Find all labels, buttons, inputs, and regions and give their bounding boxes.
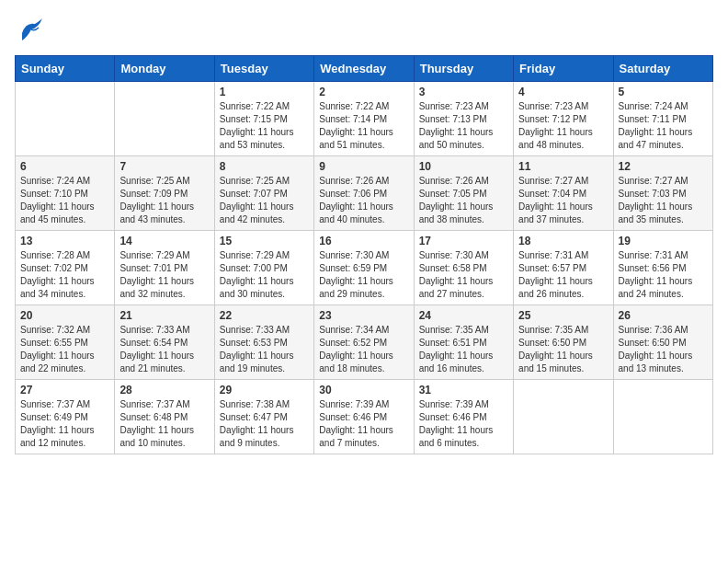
day-number: 19 [619, 235, 708, 247]
calendar-table: SundayMondayTuesdayWednesdayThursdayFrid… [15, 55, 713, 454]
weekday-header: Friday [514, 56, 613, 82]
calendar-cell: 1Sunrise: 7:22 AMSunset: 7:15 PMDaylight… [214, 82, 313, 156]
weekday-header: Saturday [613, 56, 712, 82]
day-number: 23 [319, 309, 408, 322]
cell-info: Sunrise: 7:31 AMSunset: 6:57 PMDaylight:… [518, 249, 608, 301]
day-number: 28 [119, 384, 209, 396]
day-number: 24 [419, 309, 508, 322]
day-number: 26 [619, 309, 708, 322]
cell-info: Sunrise: 7:29 AMSunset: 7:01 PMDaylight:… [119, 249, 209, 301]
day-number: 18 [518, 235, 608, 247]
calendar-cell: 7Sunrise: 7:25 AMSunset: 7:09 PMDaylight… [115, 156, 214, 231]
cell-info: Sunrise: 7:36 AMSunset: 6:50 PMDaylight:… [619, 324, 708, 375]
day-number: 15 [220, 235, 309, 247]
calendar-cell: 28Sunrise: 7:37 AMSunset: 6:48 PMDayligh… [115, 380, 214, 454]
day-number: 12 [619, 160, 708, 173]
calendar-cell: 27Sunrise: 7:37 AMSunset: 6:49 PMDayligh… [16, 380, 115, 454]
day-number: 29 [220, 384, 309, 396]
cell-info: Sunrise: 7:22 AMSunset: 7:14 PMDaylight:… [319, 100, 408, 152]
calendar-cell: 13Sunrise: 7:28 AMSunset: 7:02 PMDayligh… [16, 231, 115, 305]
calendar-cell: 9Sunrise: 7:26 AMSunset: 7:06 PMDaylight… [314, 156, 414, 231]
page-header [15, 15, 713, 44]
calendar-cell: 18Sunrise: 7:31 AMSunset: 6:57 PMDayligh… [514, 231, 613, 305]
weekday-header: Monday [115, 56, 214, 82]
day-number: 9 [319, 160, 408, 173]
cell-info: Sunrise: 7:29 AMSunset: 7:00 PMDaylight:… [220, 249, 309, 301]
day-number: 11 [518, 160, 608, 173]
calendar-cell: 14Sunrise: 7:29 AMSunset: 7:01 PMDayligh… [115, 231, 214, 305]
cell-info: Sunrise: 7:39 AMSunset: 6:46 PMDaylight:… [419, 398, 508, 450]
cell-info: Sunrise: 7:33 AMSunset: 6:53 PMDaylight:… [220, 324, 309, 375]
day-number: 10 [419, 160, 508, 173]
cell-info: Sunrise: 7:23 AMSunset: 7:12 PMDaylight:… [518, 100, 608, 152]
logo [15, 15, 48, 44]
cell-info: Sunrise: 7:31 AMSunset: 6:56 PMDaylight:… [619, 249, 708, 301]
day-number: 25 [518, 309, 608, 322]
calendar-cell: 2Sunrise: 7:22 AMSunset: 7:14 PMDaylight… [314, 82, 414, 156]
day-number: 22 [220, 309, 309, 322]
cell-info: Sunrise: 7:27 AMSunset: 7:03 PMDaylight:… [619, 175, 708, 226]
calendar-cell: 22Sunrise: 7:33 AMSunset: 6:53 PMDayligh… [214, 305, 313, 380]
day-number: 6 [20, 160, 109, 173]
calendar-cell [115, 82, 214, 156]
calendar-cell: 30Sunrise: 7:39 AMSunset: 6:46 PMDayligh… [314, 380, 414, 454]
calendar-week-row: 13Sunrise: 7:28 AMSunset: 7:02 PMDayligh… [16, 231, 713, 305]
cell-info: Sunrise: 7:37 AMSunset: 6:48 PMDaylight:… [119, 398, 209, 450]
cell-info: Sunrise: 7:25 AMSunset: 7:07 PMDaylight:… [220, 175, 309, 226]
calendar-week-row: 1Sunrise: 7:22 AMSunset: 7:15 PMDaylight… [16, 82, 713, 156]
calendar-week-row: 20Sunrise: 7:32 AMSunset: 6:55 PMDayligh… [16, 305, 713, 380]
calendar-week-row: 27Sunrise: 7:37 AMSunset: 6:49 PMDayligh… [16, 380, 713, 454]
calendar-week-row: 6Sunrise: 7:24 AMSunset: 7:10 PMDaylight… [16, 156, 713, 231]
day-number: 3 [419, 86, 508, 98]
weekday-header: Tuesday [214, 56, 313, 82]
cell-info: Sunrise: 7:26 AMSunset: 7:06 PMDaylight:… [319, 175, 408, 226]
calendar-cell [16, 82, 115, 156]
day-number: 31 [419, 384, 508, 396]
logo-bird-icon [15, 15, 44, 44]
calendar-cell: 31Sunrise: 7:39 AMSunset: 6:46 PMDayligh… [414, 380, 513, 454]
cell-info: Sunrise: 7:34 AMSunset: 6:52 PMDaylight:… [319, 324, 408, 375]
weekday-header: Thursday [414, 56, 513, 82]
calendar-cell: 23Sunrise: 7:34 AMSunset: 6:52 PMDayligh… [314, 305, 414, 380]
cell-info: Sunrise: 7:25 AMSunset: 7:09 PMDaylight:… [119, 175, 209, 226]
day-number: 4 [518, 86, 608, 98]
day-number: 13 [20, 235, 109, 247]
calendar-cell: 5Sunrise: 7:24 AMSunset: 7:11 PMDaylight… [613, 82, 712, 156]
cell-info: Sunrise: 7:33 AMSunset: 6:54 PMDaylight:… [119, 324, 209, 375]
calendar-cell: 17Sunrise: 7:30 AMSunset: 6:58 PMDayligh… [414, 231, 513, 305]
calendar-cell: 29Sunrise: 7:38 AMSunset: 6:47 PMDayligh… [214, 380, 313, 454]
cell-info: Sunrise: 7:38 AMSunset: 6:47 PMDaylight:… [220, 398, 309, 450]
cell-info: Sunrise: 7:24 AMSunset: 7:10 PMDaylight:… [20, 175, 109, 226]
calendar-cell: 11Sunrise: 7:27 AMSunset: 7:04 PMDayligh… [514, 156, 613, 231]
day-number: 20 [20, 309, 109, 322]
calendar-cell [613, 380, 712, 454]
day-number: 14 [119, 235, 209, 247]
calendar-cell: 4Sunrise: 7:23 AMSunset: 7:12 PMDaylight… [514, 82, 613, 156]
day-number: 16 [319, 235, 408, 247]
calendar-cell: 6Sunrise: 7:24 AMSunset: 7:10 PMDaylight… [16, 156, 115, 231]
day-number: 27 [20, 384, 109, 396]
calendar-cell: 12Sunrise: 7:27 AMSunset: 7:03 PMDayligh… [613, 156, 712, 231]
calendar-cell: 19Sunrise: 7:31 AMSunset: 6:56 PMDayligh… [613, 231, 712, 305]
cell-info: Sunrise: 7:32 AMSunset: 6:55 PMDaylight:… [20, 324, 109, 375]
cell-info: Sunrise: 7:37 AMSunset: 6:49 PMDaylight:… [20, 398, 109, 450]
calendar-cell: 10Sunrise: 7:26 AMSunset: 7:05 PMDayligh… [414, 156, 513, 231]
day-number: 5 [619, 86, 708, 98]
cell-info: Sunrise: 7:22 AMSunset: 7:15 PMDaylight:… [220, 100, 309, 152]
day-number: 30 [319, 384, 408, 396]
cell-info: Sunrise: 7:30 AMSunset: 6:59 PMDaylight:… [319, 249, 408, 301]
calendar-cell: 25Sunrise: 7:35 AMSunset: 6:50 PMDayligh… [514, 305, 613, 380]
weekday-header: Sunday [16, 56, 115, 82]
cell-info: Sunrise: 7:39 AMSunset: 6:46 PMDaylight:… [319, 398, 408, 450]
cell-info: Sunrise: 7:26 AMSunset: 7:05 PMDaylight:… [419, 175, 508, 226]
calendar-cell: 3Sunrise: 7:23 AMSunset: 7:13 PMDaylight… [414, 82, 513, 156]
calendar-cell: 8Sunrise: 7:25 AMSunset: 7:07 PMDaylight… [214, 156, 313, 231]
calendar-cell: 26Sunrise: 7:36 AMSunset: 6:50 PMDayligh… [613, 305, 712, 380]
calendar-cell: 16Sunrise: 7:30 AMSunset: 6:59 PMDayligh… [314, 231, 414, 305]
weekday-header-row: SundayMondayTuesdayWednesdayThursdayFrid… [16, 56, 713, 82]
cell-info: Sunrise: 7:30 AMSunset: 6:58 PMDaylight:… [419, 249, 508, 301]
day-number: 17 [419, 235, 508, 247]
weekday-header: Wednesday [314, 56, 414, 82]
day-number: 21 [119, 309, 209, 322]
cell-info: Sunrise: 7:23 AMSunset: 7:13 PMDaylight:… [419, 100, 508, 152]
